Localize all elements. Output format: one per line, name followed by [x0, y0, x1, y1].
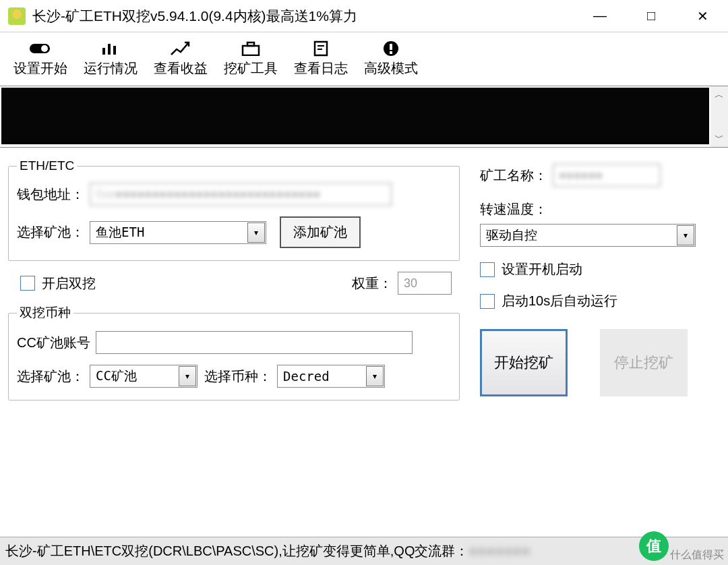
stop-mining-button: 停止挖矿 [600, 329, 688, 396]
scroll-track[interactable] [710, 104, 728, 129]
window-title: 长沙-矿工ETH双挖v5.94.1.0(9.4内核)最高送1%算力 [32, 7, 357, 26]
tab-label: 运行情况 [84, 59, 138, 78]
tab-running-status[interactable]: 运行情况 [78, 36, 143, 80]
app-icon [8, 7, 26, 25]
autostart-label: 设置开机启动 [502, 260, 582, 278]
enable-dual-checkbox[interactable] [20, 276, 35, 291]
svg-rect-6 [247, 42, 254, 46]
chevron-down-icon[interactable]: ▾ [677, 225, 694, 245]
tab-label: 高级模式 [364, 59, 418, 78]
add-pool-button[interactable]: 添加矿池 [280, 216, 361, 248]
dual-pool-value: CC矿池 [90, 367, 178, 385]
weight-label: 权重： [352, 274, 392, 293]
tab-settings-start[interactable]: 设置开始 [8, 36, 73, 80]
titlebar: 长沙-矿工ETH双挖v5.94.1.0(9.4内核)最高送1%算力 — □ ✕ [0, 0, 728, 32]
autorun-label: 启动10s后自动运行 [502, 292, 617, 310]
weight-input[interactable] [398, 272, 452, 295]
tab-label: 挖矿工具 [224, 59, 278, 78]
fan-temp-value: 驱动自控 [481, 227, 676, 244]
tab-view-logs[interactable]: 查看日志 [289, 36, 353, 80]
footer-text: 长沙-矿工ETH\ETC双挖(DCR\LBC\PASC\SC),让挖矿变得更简单… [5, 542, 468, 560]
scroll-up-icon[interactable]: ︿ [710, 86, 728, 104]
smzdm-logo: 值 [639, 531, 669, 561]
autorun-checkbox[interactable] [480, 294, 495, 309]
document-icon [313, 39, 329, 58]
right-column: 矿工名称： 转速温度： 驱动自控 ▾ 设置开机启动 启动10s后自动运行 开始挖… [460, 158, 710, 407]
scroll-down-icon[interactable]: ﹀ [710, 129, 728, 147]
chevron-down-icon[interactable]: ▾ [179, 366, 196, 386]
wallet-address-label: 钱包地址： [17, 185, 84, 204]
smzdm-text: 什么值得买 [670, 548, 724, 562]
svg-rect-4 [113, 46, 116, 55]
dual-coin-group: 双挖币种 CC矿池账号 选择矿池： CC矿池 ▾ 选择币种： Decred ▾ [8, 304, 460, 400]
window-controls: — □ ✕ [574, 0, 728, 32]
bar-chart-icon [101, 39, 120, 58]
alert-icon [383, 39, 399, 58]
cc-account-input[interactable] [96, 331, 413, 354]
console-scrollbar[interactable]: ︿ ﹀ [710, 86, 728, 147]
coin-value: Decred [278, 369, 365, 384]
toggle-icon [30, 39, 51, 58]
svg-rect-2 [102, 48, 105, 55]
svg-rect-3 [108, 44, 111, 55]
tab-label: 查看收益 [154, 59, 208, 78]
tab-label: 设置开始 [13, 59, 67, 78]
tab-label: 查看日志 [294, 59, 348, 78]
tab-mining-tools[interactable]: 挖矿工具 [218, 36, 283, 80]
close-button[interactable]: ✕ [677, 0, 728, 32]
chevron-down-icon[interactable]: ▾ [366, 366, 384, 386]
autostart-checkbox[interactable] [480, 262, 495, 277]
eth-etc-group: ETH/ETC 钱包地址： 选择矿池： 鱼池ETH ▾ 添加矿池 [8, 158, 460, 261]
console-output: ︿ ﹀ [0, 86, 728, 148]
console-content [1, 88, 709, 144]
trend-icon [170, 39, 191, 58]
dual-coin-legend: 双挖币种 [17, 304, 73, 322]
wallet-address-input[interactable] [90, 183, 392, 206]
eth-pool-select[interactable]: 鱼池ETH ▾ [90, 221, 266, 244]
maximize-button[interactable]: □ [626, 0, 677, 32]
svg-rect-5 [243, 46, 259, 55]
worker-name-input[interactable] [553, 164, 661, 187]
eth-pool-value: 鱼池ETH [90, 224, 247, 241]
eth-etc-legend: ETH/ETC [17, 158, 77, 173]
tab-advanced-mode[interactable]: 高级模式 [359, 36, 423, 80]
svg-rect-11 [390, 44, 392, 50]
footer-qq-group: ■■■■■■■ [468, 543, 530, 559]
briefcase-icon [241, 39, 260, 58]
svg-rect-12 [390, 51, 392, 54]
dual-pool-select[interactable]: CC矿池 ▾ [90, 365, 198, 388]
select-coin-label: 选择币种： [204, 367, 272, 386]
cc-account-label: CC矿池账号 [17, 334, 90, 352]
tab-view-earnings[interactable]: 查看收益 [148, 36, 213, 80]
enable-dual-label: 开启双挖 [42, 274, 96, 293]
svg-point-1 [41, 45, 48, 52]
left-column: ETH/ETC 钱包地址： 选择矿池： 鱼池ETH ▾ 添加矿池 开启双挖 权重… [8, 158, 460, 407]
worker-name-label: 矿工名称： [480, 167, 547, 185]
status-bar: 长沙-矿工ETH\ETC双挖(DCR\LBC\PASC\SC),让挖矿变得更简单… [0, 537, 728, 565]
minimize-button[interactable]: — [574, 0, 626, 32]
toolbar: 设置开始 运行情况 查看收益 挖矿工具 查看日志 高级模式 [0, 32, 728, 86]
start-mining-button[interactable]: 开始挖矿 [480, 329, 568, 396]
fan-temp-label: 转速温度： [480, 200, 547, 218]
dual-pool-label: 选择矿池： [17, 367, 84, 386]
main-content: ETH/ETC 钱包地址： 选择矿池： 鱼池ETH ▾ 添加矿池 开启双挖 权重… [0, 148, 728, 407]
chevron-down-icon[interactable]: ▾ [247, 222, 265, 243]
select-pool-label: 选择矿池： [17, 223, 84, 241]
fan-temp-select[interactable]: 驱动自控 ▾ [480, 224, 696, 247]
coin-select[interactable]: Decred ▾ [277, 365, 385, 388]
